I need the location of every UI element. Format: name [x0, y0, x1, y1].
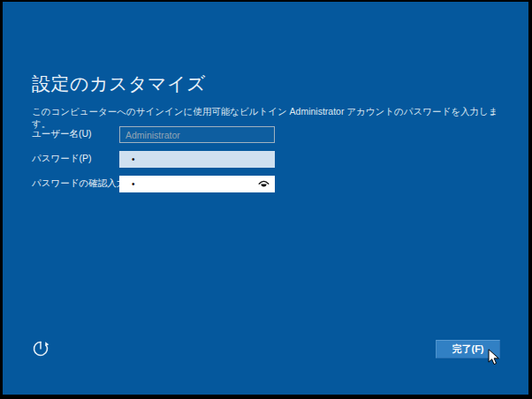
confirm-password-masked-value: •	[132, 180, 135, 189]
password-label: パスワード(P)	[32, 153, 91, 165]
page-title: 設定のカスタマイズ	[32, 72, 206, 95]
password-masked-value: •	[132, 155, 135, 164]
username-label: ユーザー名(U)	[32, 128, 92, 140]
finish-button-label: 完了(F)	[452, 343, 483, 356]
finish-button[interactable]: 完了(F)	[436, 340, 500, 358]
setup-screen: 設定のカスタマイズ このコンピューターへのサインインに使用可能なビルトイン Ad…	[3, 2, 528, 395]
username-value: Administrator	[125, 130, 180, 140]
reveal-password-eye-icon[interactable]	[258, 179, 270, 189]
ease-of-access-icon[interactable]	[31, 338, 50, 358]
password-input[interactable]: •	[119, 151, 275, 168]
username-input[interactable]: Administrator	[119, 126, 275, 143]
confirm-password-input[interactable]: •	[119, 176, 275, 192]
